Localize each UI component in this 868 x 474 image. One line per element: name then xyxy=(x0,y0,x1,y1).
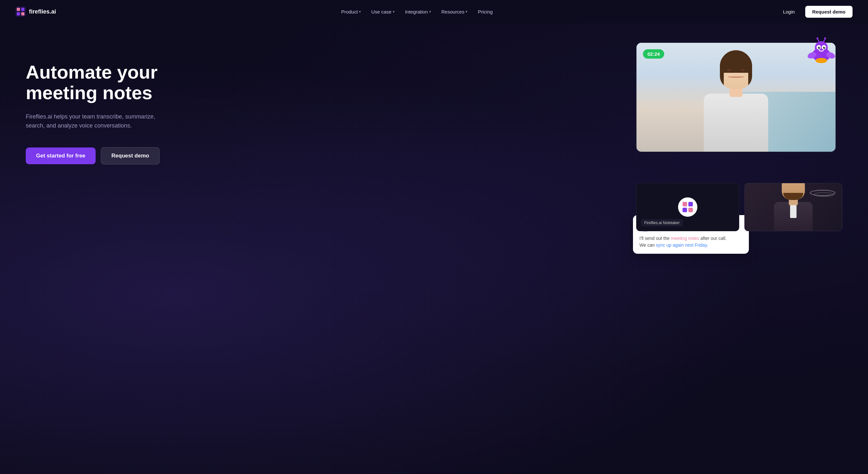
nav-item-integration[interactable]: Integration ▾ xyxy=(401,6,436,17)
svg-rect-3 xyxy=(17,12,20,16)
logo-icon xyxy=(16,6,26,17)
nav-item-resources[interactable]: Resources ▾ xyxy=(437,6,472,17)
svg-rect-23 xyxy=(683,202,687,206)
svg-point-19 xyxy=(815,58,827,63)
logo[interactable]: fireflies.ai xyxy=(16,6,56,17)
svg-rect-2 xyxy=(21,8,25,11)
man-placeholder xyxy=(745,183,842,231)
notetaker-card: Fireflies.ai Notetaker xyxy=(636,183,739,231)
hero-buttons: Get started for free Request demo xyxy=(26,147,193,165)
nav-label-product: Product xyxy=(341,9,358,14)
svg-point-11 xyxy=(819,47,820,48)
notetaker-icon xyxy=(678,198,698,217)
hero-left: Automate your meeting notes Fireflies.ai… xyxy=(26,42,193,165)
chevron-down-icon: ▾ xyxy=(429,10,431,14)
svg-rect-25 xyxy=(683,208,687,212)
chevron-down-icon: ▾ xyxy=(393,10,395,14)
man-video-card xyxy=(744,183,842,231)
timer-badge: 02:24 xyxy=(643,49,664,59)
nav-item-pricing[interactable]: Pricing xyxy=(473,6,497,17)
hero-right: 02:24 Janice Anderson 1:21 I'll send o xyxy=(636,42,842,231)
video-background xyxy=(637,43,835,152)
svg-point-16 xyxy=(824,37,826,39)
notetaker-label: Fireflies.ai Notetaker xyxy=(641,219,683,226)
svg-rect-24 xyxy=(688,202,693,206)
logo-text: fireflies.ai xyxy=(29,8,56,15)
nav-item-use-case[interactable]: Use case ▾ xyxy=(367,6,399,17)
get-started-button[interactable]: Get started for free xyxy=(26,147,96,164)
svg-point-12 xyxy=(824,47,825,48)
nav-label-pricing: Pricing xyxy=(478,9,493,14)
chat-text: I'll send out the meeting notes after ou… xyxy=(640,235,742,248)
chevron-down-icon: ▾ xyxy=(359,10,361,14)
chevron-down-icon: ▾ xyxy=(466,10,467,14)
request-demo-button[interactable]: Request demo xyxy=(101,147,160,165)
nav-label-integration: Integration xyxy=(405,9,428,14)
nav-label-use-case: Use case xyxy=(371,9,392,14)
main-nav: fireflies.ai Product ▾ Use case ▾ Integr… xyxy=(0,0,868,23)
login-button[interactable]: Login xyxy=(778,6,800,17)
svg-rect-1 xyxy=(17,8,20,11)
svg-rect-26 xyxy=(688,208,693,212)
main-video-card: 02:24 xyxy=(636,42,836,152)
nav-actions: Login Request demo xyxy=(778,6,852,18)
nav-label-resources: Resources xyxy=(441,9,465,14)
hero-subtitle: Fireflies.ai helps your team transcribe,… xyxy=(26,112,167,131)
request-demo-nav-button[interactable]: Request demo xyxy=(805,6,852,18)
nav-item-product[interactable]: Product ▾ xyxy=(337,6,366,17)
hero-title: Automate your meeting notes xyxy=(26,62,193,103)
svg-point-14 xyxy=(816,37,818,39)
chat-highlight-sync: sync up again next Friday. xyxy=(656,242,708,248)
hero-section: Automate your meeting notes Fireflies.ai… xyxy=(0,23,868,474)
svg-rect-4 xyxy=(21,12,25,16)
robot-mascot xyxy=(807,36,836,65)
nav-links: Product ▾ Use case ▾ Integration ▾ Resou… xyxy=(337,6,497,17)
chat-highlight-meeting-notes: meeting notes xyxy=(671,236,699,241)
